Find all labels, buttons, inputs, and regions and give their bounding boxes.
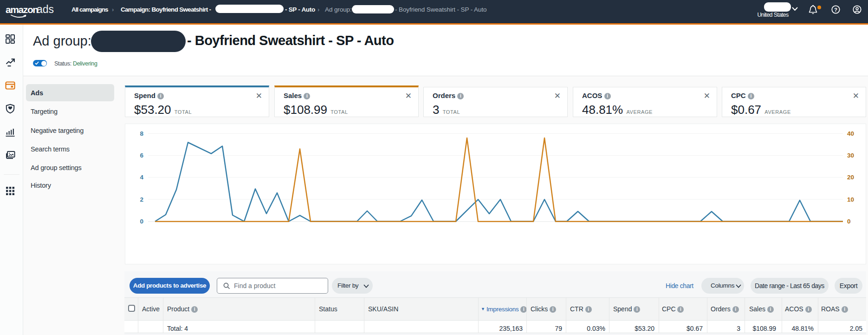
svg-text:0: 0 (140, 218, 143, 225)
svg-text:10: 10 (847, 196, 854, 203)
svg-text:30: 30 (847, 152, 854, 159)
svg-text:0: 0 (847, 218, 851, 225)
svg-text:6: 6 (140, 152, 143, 159)
svg-text:40: 40 (847, 130, 854, 137)
svg-text:8: 8 (140, 130, 143, 137)
svg-text:?: ? (834, 7, 837, 13)
svg-text:4: 4 (140, 174, 143, 181)
svg-text:2: 2 (140, 196, 143, 203)
svg-text:20: 20 (847, 174, 854, 181)
